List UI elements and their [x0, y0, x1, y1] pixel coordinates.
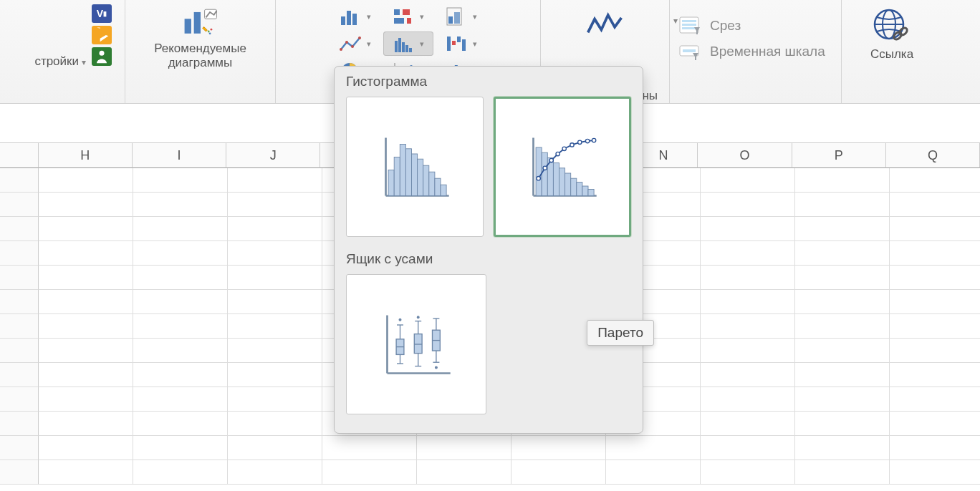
svg-rect-44	[682, 27, 696, 29]
svg-point-0	[100, 51, 105, 56]
column-header[interactable]: J	[226, 143, 320, 168]
svg-point-104	[436, 366, 438, 369]
svg-point-81	[570, 143, 574, 147]
svg-rect-63	[441, 185, 446, 195]
histogram-chart-tile[interactable]	[346, 97, 484, 237]
svg-rect-72	[571, 178, 577, 195]
globe-link-icon	[872, 7, 912, 44]
svg-rect-54	[388, 170, 394, 196]
svg-rect-70	[559, 168, 565, 196]
svg-point-102	[399, 319, 401, 321]
recommended-charts-button[interactable]: Рекомендуемые диаграммы	[154, 4, 246, 103]
svg-point-20	[358, 37, 361, 39]
svg-rect-15	[448, 16, 453, 24]
boxplot-chart-tile[interactable]	[346, 274, 486, 414]
addins-group: стройки V▮	[0, 0, 125, 103]
svg-rect-28	[457, 37, 461, 42]
svg-rect-59	[418, 159, 423, 195]
svg-rect-13	[407, 18, 411, 24]
svg-point-76	[537, 177, 540, 180]
timeline-label: Временная шкала	[710, 44, 825, 59]
svg-point-80	[562, 147, 566, 150]
recommended-charts-icon	[181, 4, 221, 39]
svg-rect-25	[409, 48, 412, 52]
link-group: Ссылка	[842, 0, 942, 103]
waterfall-chart-icon	[446, 34, 469, 54]
boxplot-section-title: Ящик с усами	[335, 244, 643, 273]
svg-rect-22	[398, 38, 401, 52]
hyperlink-button[interactable]: Ссылка	[870, 7, 913, 103]
svg-point-82	[578, 140, 582, 144]
svg-rect-7	[341, 16, 345, 25]
addins-label: стройки	[34, 54, 79, 69]
svg-rect-43	[682, 24, 696, 26]
pareto-chart-tile[interactable]	[494, 97, 631, 237]
recommended-charts-group: Рекомендуемые диаграммы	[125, 0, 276, 103]
svg-rect-23	[402, 42, 405, 52]
svg-rect-46	[683, 49, 696, 52]
bar-chart-button[interactable]: ▾	[383, 4, 433, 29]
svg-rect-58	[411, 154, 417, 196]
svg-rect-74	[582, 186, 588, 196]
histogram-chart-preview-icon	[379, 135, 451, 199]
svg-rect-8	[347, 11, 351, 25]
bing-addin-icon[interactable]	[92, 26, 112, 44]
slicer-label: Срез	[710, 18, 741, 34]
column-header[interactable]: P	[792, 143, 886, 168]
svg-point-18	[345, 41, 348, 44]
svg-rect-66	[536, 147, 542, 196]
hyperlink-label: Ссылка	[870, 47, 913, 62]
hierarchy-chart-button[interactable]: ▾	[436, 4, 486, 29]
svg-rect-24	[405, 45, 408, 52]
boxplot-chart-preview-icon	[380, 312, 452, 376]
svg-rect-56	[400, 145, 405, 196]
pareto-tooltip: Парето	[587, 320, 654, 346]
bar-chart-icon	[393, 6, 415, 26]
statistic-chart-button[interactable]: ▾	[383, 31, 433, 56]
chevron-down-icon[interactable]	[79, 56, 86, 67]
svg-point-77	[543, 166, 547, 170]
column-header[interactable]: H	[39, 143, 133, 168]
timeline-icon	[678, 42, 703, 62]
svg-point-19	[351, 45, 354, 48]
line-chart-button[interactable]: ▾	[330, 31, 380, 56]
svg-rect-60	[423, 165, 429, 195]
svg-rect-27	[452, 41, 456, 45]
timeline-button[interactable]: Временная шкала	[678, 42, 825, 62]
svg-rect-29	[462, 39, 466, 51]
svg-rect-69	[553, 163, 559, 196]
svg-rect-61	[429, 172, 435, 195]
svg-rect-21	[395, 41, 398, 52]
svg-point-78	[549, 158, 553, 162]
svg-rect-71	[565, 173, 571, 196]
column-header[interactable]: I	[133, 143, 226, 168]
hierarchy-chart-icon	[446, 6, 469, 26]
svg-rect-75	[588, 190, 594, 196]
svg-point-6	[208, 32, 211, 34]
statistic-chart-dropdown: Гистограмма	[334, 66, 643, 434]
waterfall-chart-button[interactable]: ▾	[436, 31, 486, 56]
svg-rect-26	[447, 37, 451, 51]
sparklines-fragment-label: ны	[642, 89, 658, 103]
chevron-down-icon[interactable]	[671, 14, 678, 26]
svg-rect-73	[577, 183, 582, 196]
column-header[interactable]: O	[698, 143, 792, 168]
column-chart-icon	[340, 6, 362, 26]
column-header-blank[interactable]	[0, 143, 39, 168]
svg-rect-11	[403, 9, 410, 15]
svg-rect-55	[394, 157, 400, 196]
visio-addin-icon[interactable]: V▮	[92, 4, 112, 23]
line-chart-icon	[340, 34, 362, 54]
svg-point-4	[207, 31, 209, 33]
svg-point-83	[585, 139, 589, 142]
column-chart-button[interactable]: ▾	[330, 4, 380, 29]
svg-rect-2	[193, 12, 200, 34]
svg-rect-10	[394, 9, 400, 15]
svg-rect-12	[394, 18, 404, 24]
column-header[interactable]: Q	[886, 143, 980, 168]
svg-rect-57	[405, 149, 411, 196]
slicer-button[interactable]: Срез	[678, 16, 741, 36]
svg-point-5	[210, 29, 212, 31]
people-graph-addin-icon[interactable]	[92, 47, 112, 66]
svg-rect-67	[542, 152, 547, 195]
